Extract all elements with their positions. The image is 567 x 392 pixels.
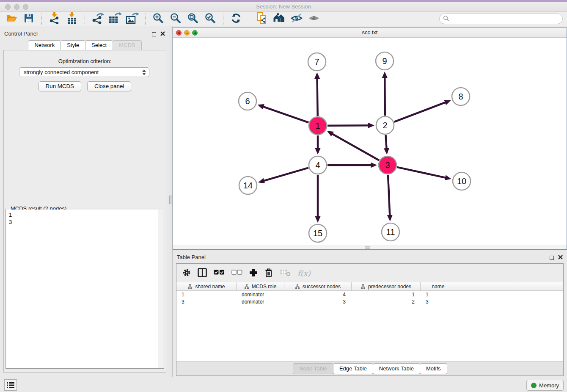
save-session-button[interactable] (22, 13, 36, 25)
column-layout-button[interactable] (198, 268, 207, 279)
show-all-button[interactable] (307, 13, 321, 25)
export-image-icon (126, 12, 139, 25)
eye-icon (308, 13, 320, 25)
network-graph-svg: 7968124314101511 (173, 38, 567, 246)
graph-edge-3-11[interactable] (388, 175, 390, 219)
deselect-all-button[interactable] (231, 270, 242, 276)
network-frame-titlebar[interactable]: scc.txt (173, 28, 567, 38)
table-panel-header: Table Panel (173, 253, 567, 262)
graph-edge-2-8[interactable] (394, 101, 449, 122)
close-panel-button[interactable]: Close panel (87, 81, 131, 91)
graph-node-label-6: 6 (245, 97, 250, 106)
close-panel-icon[interactable] (160, 31, 165, 37)
float-panel-icon[interactable] (152, 32, 156, 36)
search-box[interactable] (439, 14, 563, 24)
tab-select[interactable]: Select (85, 40, 113, 50)
task-history-button[interactable] (4, 379, 17, 391)
graph-edge-1-7[interactable] (317, 75, 317, 116)
open-session-button[interactable] (4, 13, 19, 25)
graph-edge-2-3[interactable] (385, 135, 387, 152)
table-row[interactable]: 1 dominator 4 1 1 (176, 291, 563, 298)
optimization-criterion-label: Optimization criterion: (4, 58, 166, 64)
export-network-button[interactable] (91, 13, 105, 25)
network-hscroll-handle[interactable] (365, 246, 370, 249)
column-header-successor-nodes[interactable]: successor nodes (284, 282, 352, 290)
graph-node-label-15: 15 (313, 229, 322, 238)
delete-row-button[interactable] (264, 268, 273, 279)
tab-network[interactable]: Network (28, 40, 61, 50)
column-header-name[interactable]: name (421, 282, 456, 290)
houses-icon (272, 13, 286, 25)
zoom-out-icon (170, 13, 181, 25)
search-input[interactable] (451, 15, 562, 23)
table-toolbar: f(x) (176, 264, 563, 282)
import-network-button[interactable] (47, 13, 62, 25)
toolbar-separator (223, 14, 223, 25)
close-table-panel-icon[interactable] (558, 254, 563, 261)
graph-edge-1-6[interactable] (259, 105, 308, 123)
apply-layout-button[interactable] (229, 13, 243, 25)
zoom-fit-button[interactable] (186, 13, 200, 25)
function-builder-button-disabled: f(x) (297, 269, 311, 278)
app-title: Session: New Session (0, 3, 567, 10)
zoom-out-button[interactable] (168, 13, 183, 25)
graph-edge-2-9[interactable] (385, 74, 385, 116)
tab-motifs[interactable]: Motifs (420, 363, 447, 374)
tab-mcds[interactable]: MCDS (113, 40, 141, 50)
node-table-container: f(x) shared name MCDS role successor nod… (176, 263, 564, 376)
export-table-icon (108, 12, 122, 25)
column-header-predecessor-nodes[interactable]: predecessor nodes (352, 282, 421, 290)
eye-slash-icon (290, 13, 303, 25)
memory-button[interactable]: Memory (526, 380, 564, 391)
folder-open-icon (6, 13, 17, 25)
list-icon (7, 382, 14, 389)
import-table-button[interactable] (65, 13, 79, 25)
mcds-result-text[interactable]: 13 (6, 210, 158, 368)
export-table-button[interactable] (108, 13, 122, 25)
network-hscrollbar[interactable] (173, 246, 567, 249)
zoom-in-button[interactable] (151, 13, 165, 25)
mcds-result-groupbox: MCDS result (2 nodes) 13 (6, 209, 164, 369)
zoom-in-icon (153, 13, 164, 25)
control-panel: Control Panel Network Style Select MCDS … (0, 26, 169, 377)
table-row[interactable]: 3 dominator 3 2 3 (176, 298, 563, 305)
run-mcds-button[interactable]: Run MCDS (39, 81, 81, 91)
graph-node-label-2: 2 (383, 121, 387, 130)
graph-edge-4-14[interactable] (260, 168, 308, 182)
column-header-shared-name[interactable]: shared name (176, 282, 237, 290)
zoom-fit-icon (187, 13, 198, 25)
network-canvas[interactable]: 7968124314101511 (173, 38, 567, 246)
splitter-grip[interactable] (169, 196, 172, 204)
table-settings-button[interactable] (182, 268, 191, 278)
delete-column-button-disabled (280, 268, 291, 278)
table-panel: Table Panel (173, 252, 567, 377)
criterion-select[interactable]: strongly connected component (19, 67, 149, 77)
hide-selected-button[interactable] (289, 13, 304, 25)
graph-node-label-14: 14 (243, 181, 253, 190)
graph-node-label-4: 4 (315, 160, 320, 170)
column-header-mcds-role[interactable]: MCDS role (237, 282, 284, 290)
result-scrollbar[interactable] (158, 210, 163, 368)
app-titlebar: Session: New Session (0, 2, 567, 12)
toolbar-separator (85, 14, 85, 25)
graph-edge-1-2[interactable] (328, 125, 372, 126)
select-all-button[interactable] (214, 270, 225, 276)
export-image-button[interactable] (125, 13, 140, 25)
tab-node-table[interactable]: Node Table (293, 363, 333, 374)
graph-edge-3-10[interactable] (397, 167, 449, 179)
mcds-panel: Optimization criterion: strongly connect… (3, 50, 166, 373)
float-table-panel-icon[interactable] (550, 256, 554, 260)
table-panel-title: Table Panel (177, 254, 206, 260)
table-rows-area[interactable]: 1 dominator 4 1 1 3 dominator 3 2 3 (176, 291, 563, 361)
tab-network-table[interactable]: Network Table (373, 363, 420, 374)
tab-style[interactable]: Style (61, 40, 85, 50)
tab-edge-table[interactable]: Edge Table (333, 363, 373, 374)
table-header-row[interactable]: shared name MCDS role successor nodes pr… (176, 282, 563, 291)
zoom-selected-button[interactable] (203, 13, 217, 25)
clone-network-button[interactable] (255, 13, 269, 25)
column-type-icon (244, 284, 249, 289)
add-column-button[interactable] (249, 268, 258, 278)
first-neighbors-button[interactable] (272, 13, 286, 25)
panel-splitter[interactable] (169, 26, 173, 377)
graph-edge-3-1[interactable] (329, 132, 379, 160)
